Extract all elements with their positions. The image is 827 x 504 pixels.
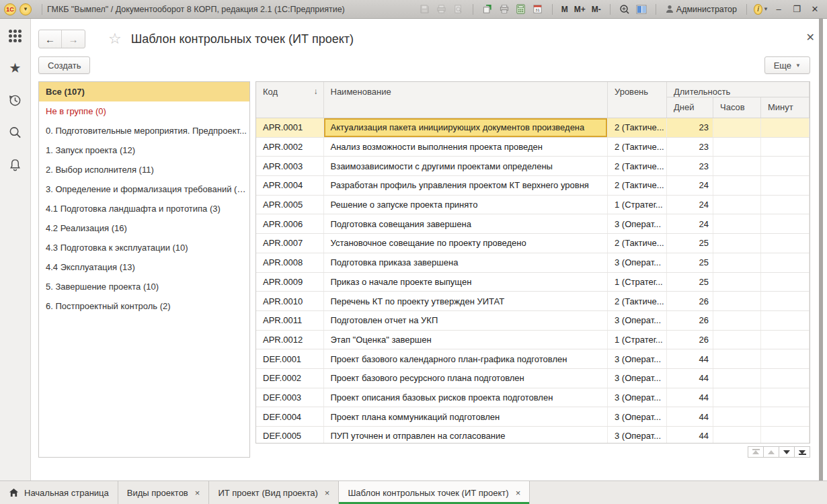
- cell-hours[interactable]: [713, 234, 760, 253]
- cell-code[interactable]: DEF.0003: [256, 388, 323, 407]
- col-header-code[interactable]: Код↓: [256, 82, 323, 118]
- cell-level[interactable]: 3 (Операт...: [607, 388, 666, 407]
- cell-name[interactable]: Перечень КТ по проекту утвержден УИТАТ: [323, 292, 607, 311]
- cell-hours[interactable]: [713, 349, 760, 369]
- table-row[interactable]: APR.0007 Установочное совещание по проек…: [256, 234, 810, 253]
- cell-hours[interactable]: [713, 195, 760, 214]
- cell-level[interactable]: 2 (Тактиче...: [607, 157, 666, 176]
- col-header-minutes[interactable]: Минут: [760, 97, 809, 118]
- col-header-days[interactable]: Дней: [666, 97, 713, 118]
- table-row[interactable]: DEF.0002 Проект базового ресурсного план…: [256, 368, 810, 388]
- tree-item[interactable]: 4.4 Эксплуатация (13): [39, 257, 249, 277]
- cell-level[interactable]: 1 (Стратег...: [607, 272, 666, 292]
- cell-name[interactable]: Подготовка приказа завершена: [323, 253, 607, 272]
- cell-minutes[interactable]: [760, 427, 809, 444]
- cell-days[interactable]: 25: [666, 272, 713, 292]
- cell-code[interactable]: DEF.0004: [256, 407, 323, 427]
- cell-name[interactable]: Этап "Оценка" завершен: [323, 330, 607, 349]
- cell-minutes[interactable]: [760, 195, 809, 214]
- table-row[interactable]: APR.0006 Подготовка совещания завершена …: [256, 214, 810, 234]
- history-icon[interactable]: [8, 93, 23, 108]
- go-first-button[interactable]: [748, 446, 764, 458]
- table-row[interactable]: APR.0002 Анализ возможности выполнения п…: [256, 137, 810, 157]
- cell-name[interactable]: Проект базового календарного план-график…: [323, 349, 607, 369]
- table-row[interactable]: APR.0004 Разработан профиль управления п…: [256, 176, 810, 196]
- cell-code[interactable]: APR.0011: [256, 310, 323, 330]
- window-tab[interactable]: ИТ проект (Вид проекта) ×: [209, 481, 339, 504]
- memory-minus-button[interactable]: M-: [590, 5, 603, 14]
- cell-name[interactable]: Проект плана коммуникаций подготовлен: [323, 407, 607, 427]
- cell-hours[interactable]: [713, 388, 760, 407]
- cell-days[interactable]: 44: [666, 407, 713, 427]
- cell-code[interactable]: APR.0005: [256, 195, 323, 214]
- cell-code[interactable]: APR.0009: [256, 272, 323, 292]
- info-button[interactable]: i▼: [754, 3, 769, 16]
- favorite-toggle-icon[interactable]: ☆: [108, 30, 122, 48]
- cell-days[interactable]: 24: [666, 195, 713, 214]
- cell-name[interactable]: Проект описания базовых рисков проекта п…: [323, 388, 607, 407]
- cell-level[interactable]: 2 (Тактиче...: [607, 234, 666, 253]
- tree-item[interactable]: Все (107): [39, 82, 249, 101]
- cell-level[interactable]: 3 (Операт...: [607, 214, 666, 234]
- cell-days[interactable]: 25: [666, 234, 713, 253]
- cell-code[interactable]: APR.0004: [256, 176, 323, 196]
- close-button[interactable]: ✕: [807, 3, 823, 16]
- col-header-name[interactable]: Наименование: [323, 82, 607, 118]
- tree-item[interactable]: 5. Завершение проекта (10): [39, 277, 249, 296]
- cell-name[interactable]: Подготовка совещания завершена: [323, 214, 607, 234]
- cell-minutes[interactable]: [760, 310, 809, 330]
- cell-name[interactable]: Приказ о начале проекте выпущен: [323, 272, 607, 292]
- table-row[interactable]: DEF.0003 Проект описания базовых рисков …: [256, 388, 810, 407]
- window-tab[interactable]: Шаблон контрольных точек (ИТ проект) ×: [339, 481, 530, 504]
- cell-days[interactable]: 25: [666, 253, 713, 272]
- cell-days[interactable]: 23: [666, 137, 713, 157]
- cell-days[interactable]: 26: [666, 292, 713, 311]
- search-icon[interactable]: [8, 125, 23, 140]
- cell-code[interactable]: APR.0012: [256, 330, 323, 349]
- cell-name[interactable]: Разработан профиль управления проектом К…: [323, 176, 607, 196]
- table-row[interactable]: DEF.0001 Проект базового календарного пл…: [256, 349, 810, 369]
- tree-item[interactable]: 2. Выбор исполнителя (11): [39, 160, 249, 179]
- print-settings-icon[interactable]: [497, 3, 512, 16]
- cell-minutes[interactable]: [760, 176, 809, 196]
- cell-name[interactable]: Подготовлен отчет на УКП: [323, 310, 607, 330]
- tree-item[interactable]: Не в группе (0): [39, 101, 249, 121]
- cell-hours[interactable]: [713, 427, 760, 444]
- table-row[interactable]: APR.0010 Перечень КТ по проекту утвержде…: [256, 292, 810, 311]
- tree-item[interactable]: 6. Постпроектный контроль (2): [39, 296, 249, 316]
- cell-hours[interactable]: [713, 253, 760, 272]
- cell-name[interactable]: Установочное совещание по проекту провед…: [323, 234, 607, 253]
- menu-grid-icon[interactable]: [8, 28, 23, 43]
- table-row[interactable]: DEF.0005 ПУП уточнен и отправлен на согл…: [256, 427, 810, 444]
- tab-close-icon[interactable]: ×: [325, 488, 330, 498]
- cell-level[interactable]: 3 (Операт...: [607, 349, 666, 369]
- cell-days[interactable]: 26: [666, 310, 713, 330]
- cell-name[interactable]: Актуализация пакета инициирующих докумен…: [323, 118, 607, 138]
- cell-days[interactable]: 23: [666, 157, 713, 176]
- calculator-icon[interactable]: [514, 3, 528, 16]
- cell-minutes[interactable]: [760, 118, 809, 138]
- table-row[interactable]: DEF.0004 Проект плана коммуникаций подго…: [256, 407, 810, 427]
- tab-close-icon[interactable]: ×: [516, 488, 521, 498]
- cell-minutes[interactable]: [760, 330, 809, 349]
- create-button[interactable]: Создать: [38, 56, 90, 74]
- minimize-button[interactable]: –: [771, 3, 787, 16]
- cell-hours[interactable]: [713, 368, 760, 388]
- maximize-button[interactable]: ❐: [789, 3, 805, 16]
- notifications-bell-icon[interactable]: [8, 157, 23, 172]
- go-up-button[interactable]: [763, 446, 779, 458]
- cell-level[interactable]: 3 (Операт...: [607, 427, 666, 444]
- cell-minutes[interactable]: [760, 292, 809, 311]
- calendar-icon[interactable]: 31: [530, 3, 545, 16]
- cell-name[interactable]: Взаимозависимости с другими проектами оп…: [323, 157, 607, 176]
- cell-hours[interactable]: [713, 330, 760, 349]
- cell-level[interactable]: 2 (Тактиче...: [607, 292, 666, 311]
- cell-code[interactable]: APR.0001: [256, 118, 323, 138]
- split-view-icon[interactable]: [634, 3, 649, 16]
- cell-code[interactable]: APR.0010: [256, 292, 323, 311]
- cell-minutes[interactable]: [760, 368, 809, 388]
- cell-hours[interactable]: [713, 118, 760, 138]
- cell-level[interactable]: 2 (Тактиче...: [607, 137, 666, 157]
- cell-minutes[interactable]: [760, 234, 809, 253]
- cell-days[interactable]: 23: [666, 118, 713, 138]
